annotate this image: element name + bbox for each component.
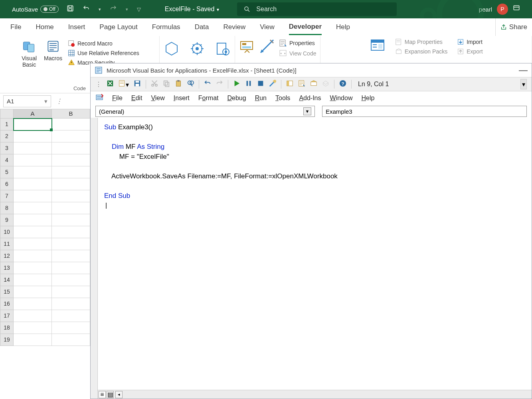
row-header[interactable]: 9 bbox=[0, 214, 14, 226]
use-relative-references-button[interactable]: Use Relative References bbox=[68, 49, 139, 57]
paste-icon[interactable] bbox=[175, 80, 182, 89]
design-mode-vbe-icon[interactable] bbox=[269, 80, 276, 89]
cell[interactable] bbox=[52, 130, 90, 142]
row-header[interactable]: 18 bbox=[0, 322, 14, 334]
cell[interactable] bbox=[52, 262, 90, 274]
select-all-corner[interactable] bbox=[0, 109, 14, 119]
cell[interactable] bbox=[52, 119, 90, 130]
cell[interactable] bbox=[52, 214, 90, 226]
cell[interactable] bbox=[52, 298, 90, 310]
row-header[interactable]: 12 bbox=[0, 250, 14, 262]
object-dropdown[interactable]: (General)▼ bbox=[95, 106, 315, 117]
cell[interactable] bbox=[52, 310, 90, 322]
row-header[interactable]: 15 bbox=[0, 286, 14, 298]
menu-edit[interactable]: Edit bbox=[131, 95, 142, 102]
cell[interactable] bbox=[14, 130, 52, 142]
cell[interactable] bbox=[14, 286, 52, 298]
row-header[interactable]: 10 bbox=[0, 226, 14, 238]
row-header[interactable]: 6 bbox=[0, 178, 14, 190]
cell[interactable] bbox=[52, 322, 90, 334]
undo-icon[interactable] bbox=[83, 5, 90, 14]
break-icon[interactable] bbox=[245, 80, 252, 89]
cell[interactable] bbox=[14, 178, 52, 190]
cell[interactable] bbox=[14, 214, 52, 226]
row-header[interactable]: 5 bbox=[0, 166, 14, 178]
cell[interactable] bbox=[52, 334, 90, 346]
cell[interactable] bbox=[14, 262, 52, 274]
cell[interactable] bbox=[14, 238, 52, 250]
tab-insert[interactable]: Insert bbox=[68, 20, 85, 34]
project-explorer-icon[interactable] bbox=[286, 80, 293, 89]
row-header[interactable]: 16 bbox=[0, 298, 14, 310]
user-avatar[interactable]: P bbox=[497, 4, 508, 15]
tab-help[interactable]: Help bbox=[336, 20, 350, 34]
cell[interactable] bbox=[14, 274, 52, 286]
cell[interactable] bbox=[14, 322, 52, 334]
search-box[interactable]: Search bbox=[237, 2, 397, 16]
expansion-packs-button[interactable]: Expansion Packs bbox=[395, 48, 447, 55]
save-vbe-icon[interactable] bbox=[134, 80, 141, 89]
ribbon-display-options-icon[interactable] bbox=[513, 5, 520, 14]
cell-a1[interactable] bbox=[14, 119, 52, 130]
tab-formulas[interactable]: Formulas bbox=[152, 20, 180, 34]
code-margin[interactable] bbox=[91, 118, 98, 399]
tab-review[interactable]: Review bbox=[223, 20, 246, 34]
redo-vbe-icon[interactable] bbox=[216, 80, 223, 89]
save-icon[interactable] bbox=[67, 5, 74, 14]
minimize-button[interactable]: — bbox=[519, 65, 528, 75]
full-module-view-icon[interactable]: ▤ bbox=[107, 391, 114, 398]
scroll-left[interactable]: ◂ bbox=[115, 391, 123, 398]
reset-icon[interactable] bbox=[257, 80, 264, 89]
cell[interactable] bbox=[52, 202, 90, 214]
row-header[interactable]: 3 bbox=[0, 142, 14, 154]
object-browser-icon[interactable] bbox=[310, 80, 317, 89]
cell[interactable] bbox=[52, 178, 90, 190]
excel-addins-icon[interactable] bbox=[189, 41, 205, 58]
undo-vbe-icon[interactable] bbox=[204, 80, 211, 89]
cell[interactable] bbox=[52, 166, 90, 178]
properties-window-icon[interactable] bbox=[298, 80, 305, 89]
insert-controls-icon[interactable] bbox=[239, 38, 255, 56]
cell[interactable] bbox=[52, 238, 90, 250]
cell[interactable] bbox=[14, 310, 52, 322]
cut-icon[interactable] bbox=[151, 80, 158, 89]
row-header[interactable]: 13 bbox=[0, 262, 14, 274]
design-mode-icon[interactable] bbox=[259, 38, 275, 56]
toolbox-icon[interactable] bbox=[322, 80, 329, 89]
row-header[interactable]: 19 bbox=[0, 334, 14, 346]
copy-icon[interactable] bbox=[163, 80, 170, 89]
properties-button[interactable]: Properties bbox=[279, 39, 316, 47]
cell[interactable] bbox=[52, 142, 90, 154]
row-header[interactable]: 2 bbox=[0, 130, 14, 142]
cell[interactable] bbox=[52, 154, 90, 166]
row-header[interactable]: 17 bbox=[0, 310, 14, 322]
export-button[interactable]: Export bbox=[457, 48, 483, 55]
import-button[interactable]: Import bbox=[457, 38, 483, 45]
code-editor[interactable]: Sub Example3() Dim MF As String MF = "Ex… bbox=[98, 118, 532, 399]
row-header[interactable]: 4 bbox=[0, 154, 14, 166]
column-header-b[interactable]: B bbox=[52, 109, 90, 119]
cell[interactable] bbox=[52, 190, 90, 202]
view-excel-icon[interactable] bbox=[107, 80, 114, 89]
cell[interactable] bbox=[52, 274, 90, 286]
tab-view[interactable]: View bbox=[260, 20, 275, 34]
cell[interactable] bbox=[14, 154, 52, 166]
find-icon[interactable] bbox=[187, 80, 194, 89]
qat-customize[interactable]: ▽ bbox=[137, 6, 141, 12]
menu-tools[interactable]: Tools bbox=[275, 95, 290, 102]
procedure-view-icon[interactable]: ≡ bbox=[99, 391, 106, 398]
share-button[interactable]: Share bbox=[495, 18, 532, 36]
cell[interactable] bbox=[14, 202, 52, 214]
map-properties-button[interactable]: Map Properties bbox=[395, 38, 447, 45]
tab-data[interactable]: Data bbox=[195, 20, 209, 34]
row-header[interactable]: 14 bbox=[0, 274, 14, 286]
cell[interactable] bbox=[52, 250, 90, 262]
menu-addins[interactable]: Add-Ins bbox=[299, 95, 321, 102]
menu-help[interactable]: Help bbox=[361, 95, 374, 102]
autosave-toggle[interactable]: Off bbox=[40, 6, 59, 13]
row-header[interactable]: 7 bbox=[0, 190, 14, 202]
name-box[interactable]: A1▾ bbox=[3, 95, 51, 107]
column-header-a[interactable]: A bbox=[14, 109, 52, 119]
cell[interactable] bbox=[52, 226, 90, 238]
insert-module-icon[interactable]: ▾ bbox=[119, 80, 129, 89]
